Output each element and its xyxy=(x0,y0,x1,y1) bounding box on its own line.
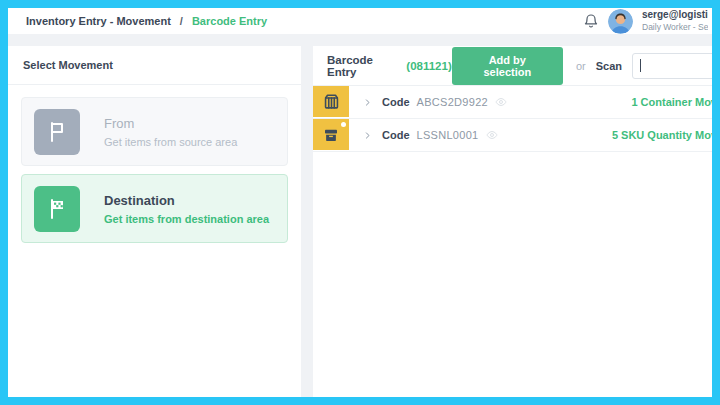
code-label: Code xyxy=(382,129,410,141)
breadcrumb-current[interactable]: Barcode Entry xyxy=(192,15,267,27)
flag-checkered-icon xyxy=(34,186,80,232)
breadcrumb-root[interactable]: Inventory Entry - Movement xyxy=(26,15,171,27)
main-content: Select Movement From Get items from sour… xyxy=(8,46,712,397)
movement-option-text: Destination Get items from destination a… xyxy=(104,193,269,225)
eye-icon[interactable] xyxy=(486,129,498,141)
top-bar: Inventory Entry - Movement / Barcode Ent… xyxy=(8,8,712,34)
bell-icon[interactable] xyxy=(583,13,599,29)
select-movement-panel: Select Movement From Get items from sour… xyxy=(8,46,301,397)
flag-outline-icon xyxy=(34,109,80,155)
app-window: Inventory Entry - Movement / Barcode Ent… xyxy=(8,8,712,397)
barcode-entry-header: Barcode Entry (081121) Add by selection … xyxy=(313,46,712,86)
barcode-entry-batch: (081121) xyxy=(406,60,451,72)
user-menu[interactable]: serge@logistical.co Daily Worker - Sentu… xyxy=(642,9,708,32)
movement-option-subtitle: Get items from source area xyxy=(104,136,237,148)
movement-options: From Get items from source area xyxy=(8,85,301,263)
scan-input[interactable] xyxy=(632,53,712,79)
add-by-selection-button[interactable]: Add by selection xyxy=(452,47,563,85)
code-value: ABCS2D9922 xyxy=(417,96,489,108)
movement-option-from[interactable]: From Get items from source area xyxy=(21,97,288,166)
movement-option-title: Destination xyxy=(104,193,269,208)
movement-option-destination[interactable]: Destination Get items from destination a… xyxy=(21,174,288,243)
user-email: serge@logistical.co xyxy=(642,9,708,22)
scan-label: Scan xyxy=(596,60,622,72)
code-value: LSSNL0001 xyxy=(417,129,479,141)
eye-icon[interactable] xyxy=(495,96,507,108)
barcode-row[interactable]: Code ABCS2D9922 1 Container Mov xyxy=(313,86,712,119)
row-status: 5 SKU Quantity Mov xyxy=(612,129,712,141)
select-movement-title: Select Movement xyxy=(8,46,301,85)
breadcrumb: Inventory Entry - Movement / Barcode Ent… xyxy=(26,15,267,27)
top-bar-right: serge@logistical.co Daily Worker - Sentu… xyxy=(583,9,708,34)
chevron-right-icon[interactable] xyxy=(363,98,372,107)
scan-input-wrap xyxy=(632,53,712,79)
movement-option-subtitle: Get items from destination area xyxy=(104,213,269,225)
barcode-row[interactable]: Code LSSNL0001 5 SKU Quantity Mov xyxy=(313,119,712,152)
movement-option-text: From Get items from source area xyxy=(104,116,237,148)
chevron-right-icon[interactable] xyxy=(363,131,372,140)
barcode-entry-title: Barcode Entry xyxy=(327,54,401,78)
movement-option-title: From xyxy=(104,116,237,131)
notification-dot xyxy=(341,122,346,127)
code-label: Code xyxy=(382,96,410,108)
row-status: 1 Container Mov xyxy=(631,96,712,108)
avatar[interactable] xyxy=(608,9,633,34)
storage-box-icon xyxy=(313,119,349,150)
roll-container-icon xyxy=(313,86,349,117)
screen-frame: Inventory Entry - Movement / Barcode Ent… xyxy=(0,0,720,405)
breadcrumb-separator: / xyxy=(180,15,183,27)
or-label: or xyxy=(576,60,586,72)
barcode-entry-panel: Barcode Entry (081121) Add by selection … xyxy=(313,46,712,397)
user-role: Daily Worker - Sentul xyxy=(642,22,708,33)
